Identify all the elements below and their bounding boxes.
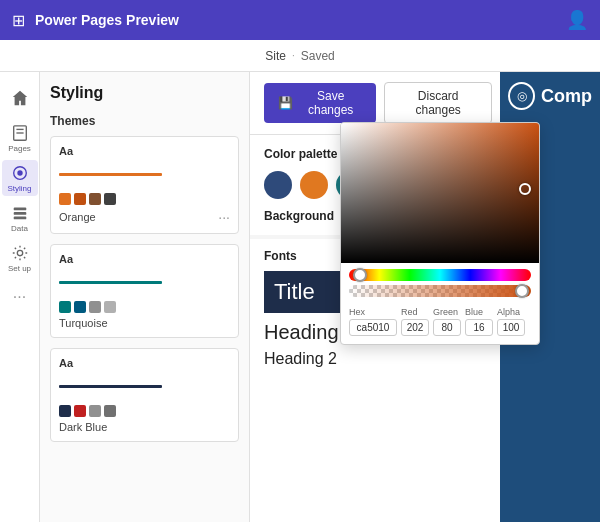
hex-input[interactable]	[349, 319, 397, 336]
blue-input[interactable]	[465, 319, 493, 336]
color-picker-popup: Hex Red Green Blue Alpha	[340, 122, 540, 345]
sidebar-item-home[interactable]	[2, 80, 38, 116]
picker-fields: Hex Red Green Blue Alpha	[341, 303, 539, 344]
theme-swatches-orange	[59, 193, 230, 205]
swatch	[89, 193, 101, 205]
preview-comp-text: Comp	[541, 86, 592, 107]
theme-swatches-darkblue	[59, 405, 230, 417]
alpha-input[interactable]	[497, 319, 525, 336]
palette-color-1[interactable]	[264, 171, 292, 199]
green-field-group: Green	[433, 307, 461, 336]
swatch	[74, 301, 86, 313]
topbar: ⊞ Power Pages Preview 👤	[0, 0, 600, 40]
theme-aa: Aa	[59, 145, 230, 157]
theme-bar-orange	[59, 173, 162, 176]
save-label: Save changes	[299, 89, 362, 117]
svg-point-4	[17, 170, 22, 175]
preview-comp-badge: ◎ Comp	[500, 72, 600, 120]
green-label: Green	[433, 307, 461, 317]
avatar-icon[interactable]: 👤	[566, 9, 588, 31]
blue-label: Blue	[465, 307, 493, 317]
nav-more[interactable]: ...	[13, 284, 26, 302]
sidebar-item-pages[interactable]: Pages	[2, 120, 38, 156]
sidebar-item-styling-label: Styling	[7, 184, 31, 193]
theme-card-turquoise[interactable]: Aa Turquoise	[50, 244, 239, 338]
theme-card-darkblue[interactable]: Aa Dark Blue	[50, 348, 239, 442]
theme-card-orange[interactable]: Aa Orange ···	[50, 136, 239, 234]
svg-point-8	[17, 250, 22, 255]
sidebar-item-styling[interactable]: Styling	[2, 160, 38, 196]
theme-preview-turquoise: Aa	[59, 253, 230, 313]
swatch	[59, 301, 71, 313]
blue-field-group: Blue	[465, 307, 493, 336]
swatch	[104, 193, 116, 205]
theme-name-darkblue: Dark Blue	[59, 421, 107, 433]
theme-aa: Aa	[59, 253, 230, 265]
theme-footer-turquoise: Turquoise	[59, 317, 230, 329]
save-button[interactable]: 💾 Save changes	[264, 83, 376, 123]
hex-label: Hex	[349, 307, 397, 317]
site-label: Site	[265, 49, 286, 63]
discard-button[interactable]: Discard changes	[384, 82, 492, 124]
site-status: Saved	[301, 49, 335, 63]
theme-name-turquoise: Turquoise	[59, 317, 108, 329]
theme-footer-orange: Orange ···	[59, 209, 230, 225]
theme-bar-darkblue	[59, 385, 162, 388]
themes-label: Themes	[50, 114, 239, 128]
theme-preview-orange: Aa	[59, 145, 230, 205]
swatch	[59, 193, 71, 205]
swatch	[74, 405, 86, 417]
sidebar-panel: Styling Themes Aa Orange ··· Aa	[40, 72, 250, 522]
sidebar-item-pages-label: Pages	[8, 144, 31, 153]
red-field-group: Red	[401, 307, 429, 336]
alpha-field-group: Alpha	[497, 307, 525, 336]
picker-alpha-bar[interactable]	[349, 285, 531, 297]
svg-rect-5	[13, 207, 26, 210]
app-title: Power Pages Preview	[35, 12, 556, 28]
sidebar-item-data[interactable]: Data	[2, 200, 38, 236]
sitebar: Site · Saved	[0, 40, 600, 72]
red-input[interactable]	[401, 319, 429, 336]
palette-color-2[interactable]	[300, 171, 328, 199]
picker-hue-thumb	[353, 268, 367, 282]
red-label: Red	[401, 307, 429, 317]
sidebar-item-setup-label: Set up	[8, 264, 31, 273]
sidebar-title: Styling	[50, 84, 239, 102]
grid-icon[interactable]: ⊞	[12, 11, 25, 30]
picker-gradient-inner	[341, 123, 540, 263]
svg-rect-6	[13, 212, 26, 215]
swatch	[89, 301, 101, 313]
theme-swatches-turquoise	[59, 301, 230, 313]
picker-alpha-thumb	[515, 284, 529, 298]
alpha-label: Alpha	[497, 307, 525, 317]
preview-comp-icon: ◎	[508, 82, 535, 110]
swatch	[59, 405, 71, 417]
theme-preview-darkblue: Aa	[59, 357, 230, 417]
sidebar-item-data-label: Data	[11, 224, 28, 233]
theme-aa: Aa	[59, 357, 230, 369]
picker-hue-bar[interactable]	[349, 269, 531, 281]
green-input[interactable]	[433, 319, 461, 336]
swatch	[104, 405, 116, 417]
swatch	[104, 301, 116, 313]
theme-menu-orange[interactable]: ···	[218, 209, 230, 225]
theme-name-orange: Orange	[59, 211, 96, 223]
theme-bar-turquoise	[59, 281, 162, 284]
theme-footer-darkblue: Dark Blue	[59, 421, 230, 433]
sidebar-item-setup[interactable]: Set up	[2, 240, 38, 276]
picker-gradient[interactable]	[341, 123, 540, 263]
picker-gradient-dark	[341, 123, 540, 263]
main-content: 💾 Save changes Discard changes ↖ 🏠 Home …	[250, 72, 600, 522]
save-icon: 💾	[278, 96, 293, 110]
main-layout: Pages Styling Data Set up ... Styling Th…	[0, 72, 600, 522]
left-nav: Pages Styling Data Set up ...	[0, 72, 40, 522]
site-separator: ·	[292, 50, 295, 61]
svg-rect-7	[13, 216, 26, 219]
swatch	[89, 405, 101, 417]
swatch	[74, 193, 86, 205]
hex-field-group: Hex	[349, 307, 397, 336]
